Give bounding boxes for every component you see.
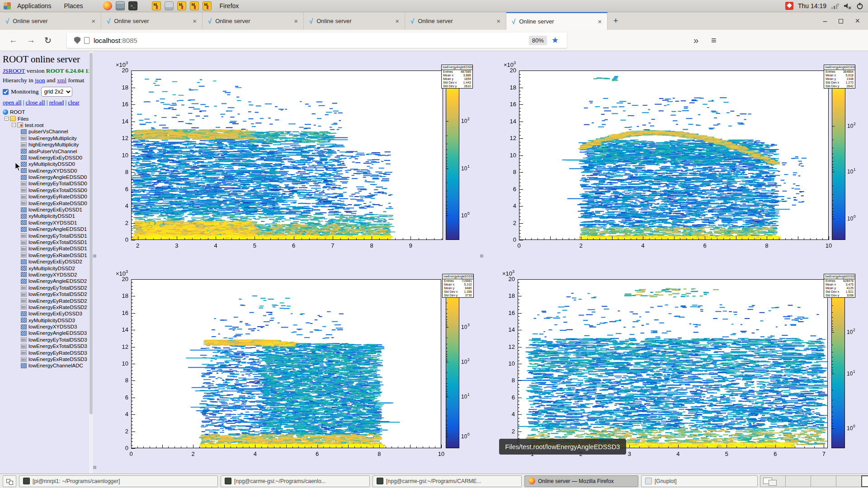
gnome-menu-icon[interactable] xyxy=(4,2,11,9)
grid-resize-handle[interactable] xyxy=(93,254,96,258)
midas-launcher-icon[interactable] xyxy=(203,1,212,10)
tree-histogram-item[interactable]: lowEnergyExTotalDSSD0 xyxy=(0,187,89,193)
browser-tab[interactable]: √ Online server × xyxy=(405,12,506,30)
taskbar-window-button[interactable]: [Gnuplot] xyxy=(641,475,758,487)
notification-badge-icon[interactable] xyxy=(785,2,793,10)
histogram-pad-bottom-left[interactable] xyxy=(96,262,483,463)
tree-histogram-item[interactable]: lowEnergyXYDSSD2 xyxy=(0,272,89,278)
browser-tab[interactable]: √ Online server × xyxy=(506,12,608,30)
tab-close-icon[interactable]: × xyxy=(191,17,198,25)
tree-histogram-item[interactable]: pulserVsChannel xyxy=(0,128,89,135)
bookmark-star-icon[interactable]: ★ xyxy=(552,35,559,45)
workspace-cell[interactable] xyxy=(836,475,862,487)
jsroot-link[interactable]: JSROOT xyxy=(3,67,25,74)
tree-histogram-item[interactable]: lowEnergyExRateDSSD3 xyxy=(0,356,89,362)
back-button[interactable]: ← xyxy=(9,35,18,45)
tab-close-icon[interactable]: × xyxy=(495,17,502,25)
tree-histogram-item[interactable]: lowEnergyExEyDSSD3 xyxy=(0,310,89,317)
browser-tab[interactable]: √ Online server × xyxy=(203,12,304,30)
tree-histogram-item[interactable]: lowEnergyXYDSSD3 xyxy=(0,324,89,330)
hierarchy-action-link[interactable]: reload xyxy=(49,99,64,106)
terminal-launcher-icon[interactable]: >_ xyxy=(128,1,137,10)
window-close-button[interactable]: × xyxy=(855,16,860,26)
hierarchy-action-link[interactable]: close all xyxy=(26,99,45,106)
midas-launcher-icon[interactable] xyxy=(152,1,161,10)
midas-launcher-icon[interactable] xyxy=(177,1,186,10)
tree-histogram-item[interactable]: lowEnergyExRateDSSD2 xyxy=(0,304,89,310)
tree-histogram-item[interactable]: xyMultiplicityDSSD3 xyxy=(0,317,89,324)
tree-histogram-item[interactable]: lowEnergyAngleEDSSD1 xyxy=(0,226,89,232)
tree-histogram-item[interactable]: lowEnergyEyRateDSSD1 xyxy=(0,245,89,252)
files-launcher-icon[interactable] xyxy=(116,1,125,10)
tree-file-testroot[interactable]: − test.root xyxy=(0,122,89,128)
grid-resize-handle[interactable] xyxy=(480,254,483,258)
histogram-pad-top-right[interactable] xyxy=(483,53,868,254)
overflow-menu-icon[interactable]: » xyxy=(693,35,698,46)
histogram-pad-bottom-right[interactable] xyxy=(483,262,868,463)
tree-histogram-item[interactable]: lowEnergyAngleEDSSD0 xyxy=(0,174,89,180)
monitoring-checkbox[interactable] xyxy=(3,89,9,95)
power-icon[interactable] xyxy=(856,2,863,9)
tree-histogram-item[interactable]: xyMultiplicityDSSD0 xyxy=(0,161,89,167)
window-minimize-button[interactable]: – xyxy=(823,17,827,25)
workspace-cell[interactable] xyxy=(760,475,786,487)
tree-histogram-item[interactable]: lowEnergyExRateDSSD0 xyxy=(0,200,89,206)
stat-box[interactable]: lowEnergyAngleEDSSD3 Entries528476Mean x… xyxy=(824,274,855,298)
stat-box[interactable]: lowEnergyAngleEDSSD1 Entries364864Mean x… xyxy=(824,65,855,89)
tab-close-icon[interactable]: × xyxy=(90,17,97,25)
browser-tab[interactable]: √ Online server × xyxy=(304,12,405,30)
taskbar-window-button[interactable]: [npg@carme-gsi:~/Programs/CARME... xyxy=(373,475,522,487)
tree-histogram-item[interactable]: absPulserVsChannel xyxy=(0,148,89,154)
tree-histogram-item[interactable]: lowEnergyXYDSSD0 xyxy=(0,168,89,174)
shield-icon[interactable] xyxy=(74,37,80,44)
tree-histogram-item[interactable]: lowEnergyExEyDSSD1 xyxy=(0,206,89,213)
workspace-cell[interactable] xyxy=(861,475,868,487)
taskbar-window-button[interactable]: [pi@nnrpi1: ~/Programs/caenlogger] xyxy=(19,475,218,487)
firefox-launcher-icon[interactable] xyxy=(103,1,112,10)
tree-histogram-item[interactable]: lowEnergyEyTotalDSSD1 xyxy=(0,232,89,239)
page-info-icon[interactable] xyxy=(84,37,90,44)
stat-box[interactable]: lowEnergyAngleEDSSD0 Entries487585Mean x… xyxy=(441,65,473,89)
browser-tab[interactable]: √ Online server × xyxy=(0,12,101,30)
tree-histogram-item[interactable]: lowEnergyEyTotalDSSD3 xyxy=(0,337,89,343)
new-tab-button[interactable]: + xyxy=(608,16,624,26)
screenshot-launcher-icon[interactable] xyxy=(165,1,174,10)
grid-layout-select[interactable]: grid 2x2 xyxy=(41,87,72,97)
tree-histogram-item[interactable]: lowEnergyExRateDSSD1 xyxy=(0,252,89,258)
tree-histogram-item[interactable]: lowEnergyEyTotalDSSD0 xyxy=(0,180,89,187)
network-icon[interactable]: ? xyxy=(831,2,839,9)
tree-histogram-item[interactable]: lowEnergyExEyDSSD2 xyxy=(0,258,89,265)
panel-clock[interactable]: Thu 14:19 xyxy=(798,2,826,9)
applications-menu[interactable]: Applications xyxy=(11,0,58,12)
tree-histogram-item[interactable]: lowEnergyExTotalDSSD2 xyxy=(0,291,89,297)
midas-launcher-icon[interactable] xyxy=(190,1,199,10)
tree-folder-files[interactable]: − Files xyxy=(0,115,89,122)
reload-button[interactable]: ↻ xyxy=(44,35,52,46)
scrollbar-thumb[interactable] xyxy=(90,53,93,414)
tree-histogram-item[interactable]: lowEnergyAngleEDSSD3 xyxy=(0,330,89,336)
tree-histogram-item[interactable]: lowEnergyEyRateDSSD2 xyxy=(0,297,89,304)
sidebar-scrollbar[interactable] xyxy=(89,51,93,474)
window-list-icon[interactable] xyxy=(3,475,16,487)
tree-histogram-item[interactable]: xyMultiplicityDSSD1 xyxy=(0,213,89,219)
volume-muted-icon[interactable] xyxy=(844,2,852,9)
stat-box[interactable]: lowEnergyAngleEDSSD2 Entries715581Mean x… xyxy=(442,274,474,298)
tree-histogram-item[interactable]: xyMultiplicityDSSD2 xyxy=(0,265,89,271)
collapse-expander-icon[interactable]: − xyxy=(12,123,16,127)
browser-tab[interactable]: √ Online server × xyxy=(101,12,203,30)
tree-histogram-item[interactable]: lowEnergyEyTotalDSSD2 xyxy=(0,285,89,291)
forward-button[interactable]: → xyxy=(27,35,35,45)
workspace-cell[interactable] xyxy=(811,475,836,487)
taskbar-window-button[interactable]: Online server — Mozilla Firefox xyxy=(524,475,638,487)
tree-histogram-item[interactable]: lowEnergyExTotalDSSD1 xyxy=(0,239,89,245)
tree-histogram-item[interactable]: lowEnergyAngleEDSSD2 xyxy=(0,278,89,284)
histogram-pad-top-left[interactable] xyxy=(96,53,483,254)
hierarchy-action-link[interactable]: open all xyxy=(3,99,22,106)
tree-histogram-item[interactable]: lowEnergyEyRateDSSD0 xyxy=(0,193,89,200)
tree-root[interactable]: ROOT xyxy=(0,109,89,115)
hamburger-menu-icon[interactable]: ≡ xyxy=(711,35,717,46)
places-menu[interactable]: Places xyxy=(58,0,90,12)
hierarchy-action-link[interactable]: clear xyxy=(68,99,79,106)
json-link[interactable]: json xyxy=(35,77,45,84)
tree-histogram-item[interactable]: lowEnergyEyRateDSSD3 xyxy=(0,349,89,356)
